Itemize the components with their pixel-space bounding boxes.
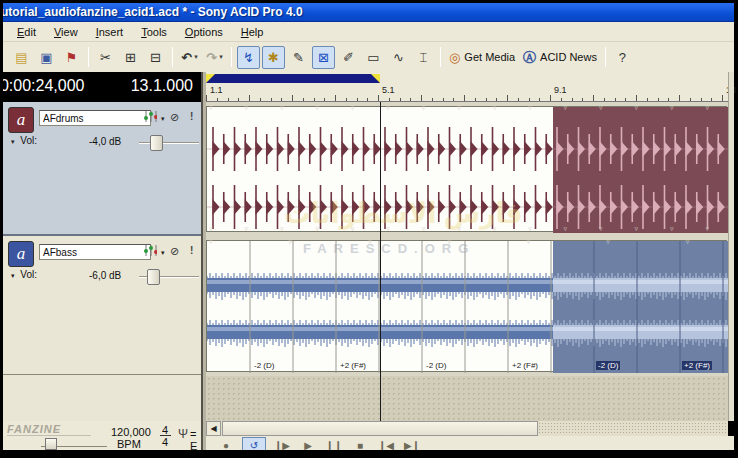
- watermark-fanzine: FANZINE: [7, 423, 91, 436]
- scroll-left-arrow[interactable]: ◀: [206, 421, 221, 436]
- playback-cursor[interactable]: [380, 102, 381, 421]
- whats-this-help-icon: ?: [619, 51, 626, 64]
- paste-button[interactable]: ⊟: [144, 46, 167, 69]
- tempo-slider-thumb[interactable]: [45, 438, 57, 450]
- volume-slider-thumb[interactable]: [147, 269, 160, 285]
- time-selection-tool-button[interactable]: ⌶: [412, 46, 435, 69]
- bass-event[interactable]: ▿ ▿ ▿ ▿ ▿ ▿ ▿ ▿ ▿ ▿ ▿ ▿ FARESCD.ORG -2 (…: [206, 240, 727, 372]
- envelope-tool-button[interactable]: ∿: [387, 46, 410, 69]
- get-media-button[interactable]: ◎Get Media: [446, 46, 518, 69]
- project-key[interactable]: = E: [190, 428, 201, 452]
- volume-slider[interactable]: [139, 142, 199, 144]
- volume-slider[interactable]: [139, 276, 199, 278]
- time-selection-tool-icon: ⌶: [420, 51, 428, 64]
- time-display[interactable]: 00:00:24,000 13.1.000: [3, 72, 201, 102]
- menu-edit[interactable]: Edit: [8, 24, 45, 40]
- menu-tools[interactable]: Tools: [132, 24, 176, 40]
- save-icon: ▣: [40, 51, 52, 64]
- solo-button[interactable]: !: [190, 245, 193, 256]
- marker-bar[interactable]: [206, 72, 728, 84]
- tuning-fork-icon[interactable]: Ψ: [178, 427, 188, 441]
- fx-dropdown-arrow[interactable]: ▾: [161, 115, 165, 123]
- track-name-field[interactable]: AFdrums: [39, 110, 151, 126]
- window-title: tutorial_audiofanzine_acid1.acd * - Sony…: [3, 5, 303, 19]
- solo-button[interactable]: !: [190, 111, 193, 122]
- vol-dropdown-arrow[interactable]: ▾: [11, 138, 15, 145]
- track-fx-button[interactable]: [143, 110, 157, 125]
- stop-icon: ■: [357, 440, 363, 451]
- scrollbar-track[interactable]: [538, 422, 728, 435]
- beat-ruler[interactable]: 1.15.19.113: [206, 84, 728, 102]
- selection-tool-icon: ⊠: [318, 51, 329, 64]
- track-lane-afbass[interactable]: ▿ ▿ ▿ ▿ ▿ ▿ ▿ ▿ ▿ ▿ ▿ ▿ FARESCD.ORG -2 (…: [206, 236, 728, 376]
- track-header-afbass[interactable]: a AFbass ▾ ⊘ ! ▾ Vol: -6,0 dB: [3, 236, 201, 375]
- ruler-tick: [550, 95, 551, 101]
- ruler-tick: [335, 95, 336, 101]
- vol-label[interactable]: Vol:: [20, 269, 37, 280]
- menu-help[interactable]: Help: [232, 24, 273, 40]
- ruler-tick: [292, 95, 293, 101]
- open-button[interactable]: ▤: [10, 46, 33, 69]
- menu-view[interactable]: View: [45, 24, 87, 40]
- enable-snapping-icon: ↯: [243, 51, 254, 64]
- measures-beats-display: 13.1.000: [131, 77, 193, 95]
- publish-button[interactable]: ⚑: [60, 46, 83, 69]
- track-lane-afdrums[interactable]: ▿ ▿ ▿ ▿ ▿ ▿ ▿ ▿ ▿ ▿ ▿ ▿ ▿ ▿ ▿ ▿ ▿ ▿ ▿ ▿ …: [206, 102, 728, 236]
- ruler-tick: [593, 95, 594, 101]
- pitch-shift-label: +2 (F#): [338, 361, 368, 370]
- track-icon[interactable]: a: [8, 107, 34, 133]
- redo-button[interactable]: ↷▾: [203, 46, 226, 69]
- ruler-tick: [475, 98, 476, 101]
- title-bar[interactable]: tutorial_audiofanzine_acid1.acd * - Sony…: [3, 3, 734, 22]
- track-fx-button[interactable]: [143, 244, 157, 259]
- mute-button[interactable]: ⊘: [170, 111, 179, 124]
- save-button[interactable]: ▣: [35, 46, 58, 69]
- time-signature-denominator[interactable]: 4: [162, 436, 168, 448]
- cut-button[interactable]: ✂: [94, 46, 117, 69]
- loop-region-bar[interactable]: [206, 74, 380, 83]
- selection-tool-button[interactable]: ⊠: [312, 46, 335, 69]
- horizontal-scrollbar[interactable]: ◀: [206, 421, 728, 436]
- ruler-tick: [668, 98, 669, 101]
- drums-event[interactable]: ▿ ▿ ▿ ▿ ▿ ▿ ▿ ▿ ▿ ▿ ▿ ▿ ▿ ▿ ▿ ▿ ▿ ▿ ▿ ▿ …: [206, 106, 727, 232]
- empty-track-area[interactable]: [206, 376, 728, 421]
- vol-dropdown-arrow[interactable]: ▾: [11, 272, 15, 279]
- menu-options[interactable]: Options: [176, 24, 232, 40]
- ruler-tick: [636, 95, 637, 101]
- ruler-tick: [604, 98, 605, 101]
- toolbar-separator: [605, 47, 606, 67]
- vol-label[interactable]: Vol:: [20, 135, 37, 146]
- fx-dropdown-arrow[interactable]: ▾: [161, 249, 165, 257]
- draw-tool-button[interactable]: ✎: [287, 46, 310, 69]
- track-name-field[interactable]: AFbass: [39, 244, 151, 260]
- lock-envelopes-button[interactable]: ✱: [262, 46, 285, 69]
- volume-slider-thumb[interactable]: [150, 135, 163, 151]
- ruler-tick: [410, 98, 411, 101]
- undo-button[interactable]: ↶▾: [178, 46, 201, 69]
- application-window: tutorial_audiofanzine_acid1.acd * - Sony…: [0, 0, 738, 458]
- fx-faders-icon: [143, 110, 157, 123]
- track-icon[interactable]: a: [8, 241, 34, 267]
- acid-news-button[interactable]: ⒶACID News: [520, 46, 600, 69]
- paint-tool-button[interactable]: ✐: [337, 46, 360, 69]
- ruler-tick: [238, 98, 239, 101]
- scrollbar-thumb[interactable]: [222, 421, 538, 436]
- enable-snapping-button[interactable]: ↯: [237, 46, 260, 69]
- menu-insert[interactable]: Insert: [87, 24, 133, 40]
- play-icon: ▶: [304, 440, 312, 451]
- go-to-end-icon: ▶❙: [404, 440, 420, 451]
- watermark-arabic: فارس الاسطوانات: [284, 196, 523, 230]
- pitch-shift-label: +2 (F#): [510, 361, 540, 370]
- undo-dropdown-arrow[interactable]: ▾: [194, 53, 198, 61]
- volume-row: ▾ Vol: -6,0 dB: [11, 269, 195, 285]
- tempo-status-area: FANZINE 120,000 BPM 4 4 Ψ = E: [3, 421, 201, 450]
- vertical-scrollbar[interactable]: [728, 72, 734, 421]
- copy-button[interactable]: ⊞: [119, 46, 142, 69]
- erase-tool-button[interactable]: ▭: [362, 46, 385, 69]
- redo-dropdown-arrow[interactable]: ▾: [219, 53, 223, 61]
- mute-button[interactable]: ⊘: [170, 245, 179, 258]
- ruler-tick: [647, 98, 648, 101]
- track-header-afdrums[interactable]: a AFdrums ▾ ⊘ ! ▾ Vol: -4,0 dB: [3, 102, 201, 236]
- bpm-value[interactable]: 120,000: [111, 426, 151, 438]
- whats-this-help-button[interactable]: ?: [611, 46, 634, 69]
